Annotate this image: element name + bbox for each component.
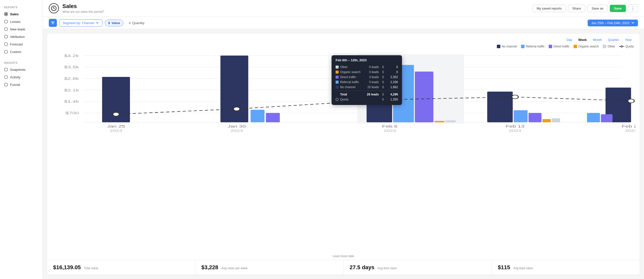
time-btn-month[interactable]: Month (592, 37, 603, 42)
toolbar: Segment by: Channel $ Value # Quantity J… (43, 17, 644, 29)
attribution-icon (4, 35, 8, 39)
share-button[interactable]: Share (568, 5, 585, 12)
svg-rect-33 (446, 120, 456, 122)
svg-rect-32 (434, 121, 445, 122)
avg-lead-value-label: Avg lead value (513, 266, 533, 270)
activity-label: Activity (10, 75, 20, 79)
avg-value-per-week-value: $3,228 (201, 264, 218, 270)
header-left: Sales What are our sales this period? (49, 3, 104, 14)
sidebar-item-forecast[interactable]: Forecast (0, 40, 43, 48)
page-header: Sales What are our sales this period? My… (43, 0, 644, 17)
direct-traffic-legend-color (549, 45, 552, 48)
sidebar-item-attribution[interactable]: Attribution (0, 33, 43, 40)
time-btn-week[interactable]: Week (577, 37, 588, 42)
time-btn-year[interactable]: Year (624, 37, 633, 42)
forecast-icon (4, 42, 8, 46)
svg-text:$2.1k: $2.1k (64, 88, 79, 92)
date-range-label: Jan 25th – Feb 24th, 2023 (591, 21, 629, 25)
date-range-button[interactable]: Jan 25th – Feb 24th, 2023 (588, 20, 638, 26)
svg-point-42 (113, 113, 119, 116)
sidebar-item-snapshots[interactable]: Snapshots (0, 66, 43, 73)
chart-area: DayWeekMonthQuarterYear No channel Refer… (47, 33, 640, 275)
svg-point-2 (5, 20, 8, 23)
svg-rect-29 (367, 84, 392, 122)
reports-nav: Sales Losses New leads Attribution (0, 10, 43, 55)
report-icon (49, 3, 59, 13)
avg-time-open-value: 27.5 days (350, 264, 375, 270)
svg-text:$4.2k: $4.2k (64, 54, 79, 58)
insights-section-label: INSIGHTS (0, 60, 43, 66)
organic-search-legend-color (574, 45, 577, 48)
more-options-button[interactable]: ⋮ (628, 4, 638, 12)
snapshots-label: Snapshots (10, 68, 25, 72)
svg-point-6 (5, 50, 8, 53)
svg-text:$2.8k: $2.8k (64, 77, 79, 81)
sidebar-item-custom[interactable]: Custom (0, 48, 43, 55)
time-controls: DayWeekMonthQuarterYear (53, 37, 634, 42)
legend-item-direct-traffic: Direct traffic (549, 45, 570, 48)
stat-avg-value-per-week: $3,228 Avg value per week (195, 260, 343, 275)
custom-label: Custom (10, 50, 21, 54)
value-button[interactable]: $ Value (105, 20, 123, 26)
value-label: Value (111, 21, 120, 25)
svg-text:$3.5k: $3.5k (64, 65, 79, 69)
total-value-value: $16,139.05 (53, 264, 81, 270)
svg-text:Jan 25: Jan 25 (107, 124, 125, 128)
filter-button[interactable] (49, 19, 57, 27)
svg-rect-35 (514, 110, 528, 122)
sidebar-item-new-leads[interactable]: New leads (0, 25, 43, 33)
my-saved-reports-button[interactable]: My saved reports (532, 5, 566, 12)
svg-rect-40 (587, 113, 600, 122)
sidebar-item-activity[interactable]: Activity (0, 73, 43, 81)
time-btn-day[interactable]: Day (566, 37, 573, 42)
other-legend-color (603, 45, 606, 48)
legend-item-no-channel: No channel (497, 45, 517, 48)
svg-point-1 (5, 13, 7, 15)
save-as-button[interactable]: Save as (587, 5, 608, 12)
save-button[interactable]: Save (610, 5, 626, 12)
svg-rect-26 (220, 55, 248, 122)
organic-search-legend-label: Organic search (578, 45, 599, 48)
sidebar-item-funnel[interactable]: Funnel (0, 81, 43, 88)
stat-avg-time-open: 27.5 days Avg time open (344, 260, 492, 275)
quantity-button[interactable]: # Quantity (126, 20, 147, 26)
referral-traffic-legend-color (521, 45, 525, 48)
svg-text:Feb 6: Feb 6 (382, 124, 397, 128)
losses-label: Losses (10, 20, 20, 24)
segment-by-channel-button[interactable]: Segment by: Channel (59, 19, 102, 27)
header-actions: My saved reports Share Save as Save ⋮ (532, 4, 638, 12)
svg-rect-38 (552, 118, 560, 122)
svg-text:2023: 2023 (230, 129, 243, 133)
custom-icon (4, 50, 8, 54)
svg-rect-28 (266, 113, 280, 122)
losses-icon (4, 20, 8, 24)
legend-item-organic-search: Organic search (574, 45, 599, 48)
stat-total-value: $16,139.05 Total value (47, 260, 195, 275)
new-leads-label: New leads (10, 27, 25, 31)
header-title: Sales What are our sales this period? (62, 3, 104, 14)
chart-svg: $4.2k $3.5k $2.8k $2.1k $1.4k $700 (51, 50, 636, 136)
svg-point-8 (5, 76, 8, 79)
x-axis-label: Lead close date (47, 253, 640, 260)
hash-sign: # (129, 21, 131, 25)
direct-traffic-legend-label: Direct traffic (553, 45, 570, 48)
svg-text:2023: 2023 (384, 129, 396, 133)
svg-rect-36 (529, 113, 542, 122)
svg-rect-31 (415, 72, 433, 122)
sales-icon (4, 12, 8, 16)
time-btn-quarter[interactable]: Quarter (607, 37, 620, 42)
svg-text:2023: 2023 (625, 129, 636, 133)
referral-traffic-legend-label: Referral traffic (526, 45, 545, 48)
svg-point-43 (233, 107, 240, 111)
legend-item-quota: Quota (619, 45, 634, 48)
stat-avg-lead-value: $115 Avg lead value (492, 260, 640, 275)
sidebar-item-losses[interactable]: Losses (0, 18, 43, 25)
sidebar-item-sales[interactable]: Sales (0, 10, 43, 18)
svg-point-5 (5, 43, 8, 46)
page-subtitle: What are our sales this period? (62, 10, 104, 14)
stats-row: $16,139.05 Total value $3,228 Avg value … (47, 260, 640, 275)
svg-point-9 (5, 83, 8, 86)
chart-header: DayWeekMonthQuarterYear No channel Refer… (47, 33, 640, 48)
dollar-sign: $ (108, 21, 110, 25)
svg-point-3 (5, 28, 8, 31)
